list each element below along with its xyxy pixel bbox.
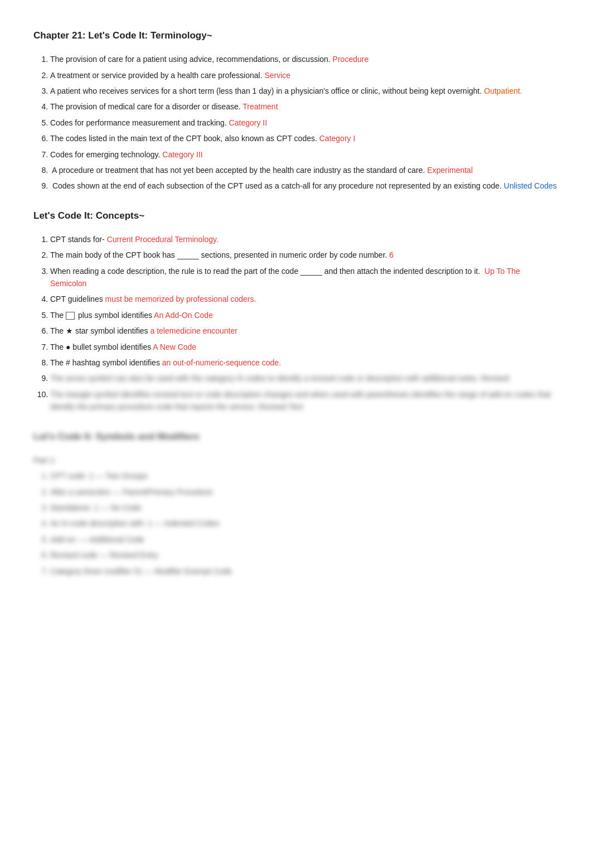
symbols-list: CPT code: 1 — Two Groups After a semicol…	[50, 470, 559, 577]
question-text: When reading a code description, the rul…	[50, 267, 484, 276]
list-item: CPT guidelines must be memorized by prof…	[50, 293, 559, 305]
section-symbols: Let's Code It: Symbols and Modifiers Par…	[33, 429, 559, 577]
blurred-subtitle: Part 1:	[33, 454, 559, 466]
blurred-text: Revised code — Revised Entry	[50, 551, 158, 560]
list-item: The main body of the CPT book has _____ …	[50, 249, 559, 261]
answer-text: Category III	[162, 150, 202, 159]
list-item: Add-on: — Additional Code	[50, 533, 559, 546]
list-item: Standalone: 1 — No Code	[50, 501, 559, 514]
answer-text: Category I	[319, 134, 356, 143]
list-item: The triangle symbol identifies revised t…	[50, 388, 559, 413]
question-text: Codes for emerging technology.	[50, 150, 162, 159]
list-item: The # hashtag symbol identifies an out-o…	[50, 356, 559, 369]
question-text: A procedure or treatment that has not ye…	[50, 166, 427, 175]
list-item: CPT code: 1 — Two Groups	[50, 470, 559, 482]
question-text: The main body of the CPT book has _____ …	[50, 250, 389, 259]
list-item: The ★ star symbol identifies a telemedic…	[50, 325, 559, 337]
question-text: The ★ star symbol identifies	[50, 326, 151, 335]
blurred-text: Category three modifier 51 — Modifier Ex…	[50, 567, 232, 576]
question-text: CPT guidelines	[50, 295, 105, 303]
question-text: Codes for performance measurement and tr…	[50, 118, 229, 127]
section-title-concepts: Let's Code It: Concepts~	[33, 208, 559, 223]
concepts-list: CPT stands for- Current Procedural Termi…	[50, 233, 559, 413]
question-text: CPT stands for-	[50, 235, 107, 244]
answer-text: Experimental	[427, 166, 473, 175]
section-title-symbols: Let's Code It: Symbols and Modifiers	[33, 429, 559, 444]
blurred-answer: Revised Text	[259, 402, 303, 411]
question-text: The plus symbol identifies	[50, 311, 154, 320]
section-concepts: Let's Code It: Concepts~ CPT stands for-…	[33, 208, 559, 413]
answer-text: a telemedicine encounter	[151, 326, 237, 335]
list-item: A patient who receives services for a sh…	[50, 85, 559, 97]
blurred-text: CPT code: 1 — Two Groups	[50, 471, 148, 480]
list-item: Revised code — Revised Entry	[50, 549, 559, 561]
list-item: An in-code description with: 1 — Indente…	[50, 517, 559, 529]
list-item: After a semicolon — Parent/Primary Proce…	[50, 486, 559, 498]
answer-text: Unlisted Codes	[504, 181, 557, 190]
section-title-terminology: Chapter 21: Let's Code It: Terminology~	[33, 28, 559, 43]
question-text: A treatment or service provided by a hea…	[50, 71, 264, 80]
list-item: The ● bullet symbol identifies A New Cod…	[50, 341, 559, 353]
question-text: The # hashtag symbol identifies	[50, 358, 162, 367]
answer-text: An Add-On Code	[154, 311, 213, 320]
blurred-answer: Revised	[481, 374, 509, 383]
blurred-text: An in-code description with: 1 — Indente…	[50, 519, 220, 528]
question-text: Codes shown at the end of each subsectio…	[50, 181, 504, 190]
question-text: The provision of medical care for a diso…	[50, 102, 242, 111]
list-item: Category three modifier 51 — Modifier Ex…	[50, 565, 559, 577]
question-text: The codes listed in the main text of the…	[50, 134, 319, 143]
answer-text: must be memorized by professional coders…	[105, 295, 256, 303]
list-item: CPT stands for- Current Procedural Termi…	[50, 233, 559, 245]
list-item: A treatment or service provided by a hea…	[50, 69, 559, 81]
blurred-text: After a semicolon — Parent/Primary Proce…	[50, 488, 213, 496]
page-content: Chapter 21: Let's Code It: Terminology~ …	[33, 28, 559, 577]
answer-text: Category II	[229, 118, 267, 127]
answer-text: an out-of-numeric-sequence code.	[162, 358, 281, 367]
list-item: When reading a code description, the rul…	[50, 265, 559, 290]
list-item: Codes shown at the end of each subsectio…	[50, 180, 559, 192]
list-item: The provision of medical care for a diso…	[50, 100, 559, 113]
list-item: Codes for emerging technology. Category …	[50, 148, 559, 161]
list-item: The codes listed in the main text of the…	[50, 132, 559, 144]
terminology-list: The provision of care for a patient usin…	[50, 53, 559, 192]
list-item: A procedure or treatment that has not ye…	[50, 164, 559, 176]
answer-text: Current Procedural Terminology.	[107, 235, 219, 244]
list-item: Codes for performance measurement and tr…	[50, 117, 559, 129]
answer-text: 6	[389, 250, 394, 259]
list-item: The arrow symbol can also be used with t…	[50, 372, 559, 384]
answer-text: Outpatient.	[484, 86, 522, 95]
answer-text: Procedure	[333, 55, 369, 64]
question-text: A patient who receives services for a sh…	[50, 86, 484, 95]
plus-box-icon	[66, 312, 75, 320]
list-item: The provision of care for a patient usin…	[50, 53, 559, 65]
blurred-text: Standalone: 1 — No Code	[50, 503, 141, 512]
list-item: The plus symbol identifies An Add-On Cod…	[50, 309, 559, 321]
answer-text: A New Code	[153, 343, 196, 351]
question-text: The ● bullet symbol identifies	[50, 343, 153, 351]
answer-text: Service	[264, 71, 290, 80]
section-terminology: Chapter 21: Let's Code It: Terminology~ …	[33, 28, 559, 192]
question-text: The provision of care for a patient usin…	[50, 55, 333, 64]
blurred-question: The arrow symbol can also be used with t…	[50, 374, 479, 383]
answer-text: Treatment	[242, 102, 278, 111]
blurred-text: Add-on: — Additional Code	[50, 535, 144, 544]
